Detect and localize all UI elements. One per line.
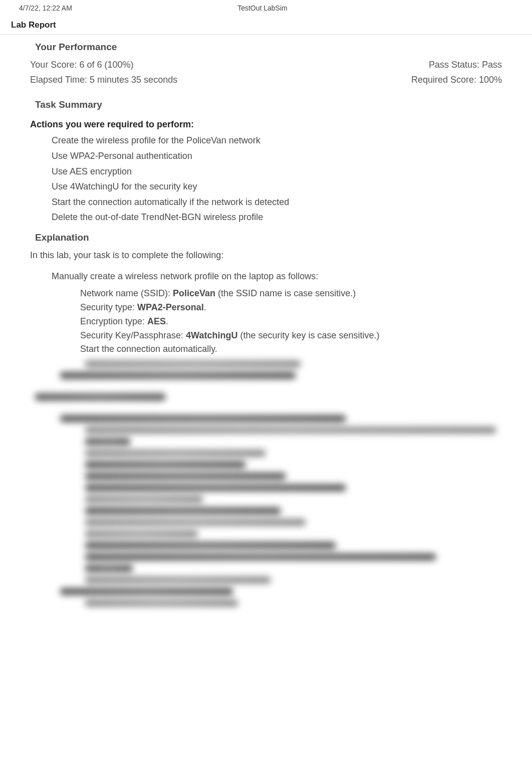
actions-heading: Actions you were required to perform: (0, 115, 532, 133)
required-score-text: Required Score: 100% (411, 73, 502, 88)
actions-list: Create the wireless profile for the Poli… (0, 133, 532, 225)
score-text: Your Score: 6 of 6 (100%) (30, 58, 133, 73)
performance-block: Your Score: 6 of 6 (100%) Pass Status: P… (0, 58, 532, 92)
action-item: Create the wireless profile for the Poli… (52, 133, 532, 148)
explanation-sub-item: Security Key/Passphrase: 4WatchingU (the… (80, 329, 532, 343)
explanation-lead: In this lab, your task is to complete th… (0, 248, 532, 270)
print-timestamp: 4/7/22, 12:22 AM (19, 4, 72, 12)
action-item: Start the connection automatically if th… (52, 194, 532, 210)
explanation-sub-item: Encryption type: AES. (80, 315, 532, 329)
action-item: Use AES encryption (52, 164, 532, 179)
explanation-sub-list: Network name (SSID): PoliceVan (the SSID… (0, 286, 532, 358)
action-item: Use WPA2-Personal authentication (52, 148, 532, 164)
explanation-sub-item: Start the connection automatically. (80, 342, 532, 356)
blurred-content (0, 358, 532, 626)
explanation-main-item: Manually create a wireless network profi… (0, 270, 532, 286)
print-center-title: TestOut LabSim (72, 4, 453, 12)
performance-heading: Your Performance (0, 35, 532, 58)
elapsed-time-text: Elapsed Time: 5 minutes 35 seconds (30, 73, 177, 88)
explanation-sub-item: Security type: WPA2-Personal. (80, 301, 532, 315)
report-title: Lab Report (0, 14, 532, 35)
explanation-heading: Explanation (0, 225, 532, 248)
task-summary-heading: Task Summary (0, 92, 532, 115)
action-item: Delete the out-of-date TrendNet-BGN wire… (52, 210, 532, 225)
pass-status-text: Pass Status: Pass (429, 58, 502, 73)
explanation-sub-item: Network name (SSID): PoliceVan (the SSID… (80, 287, 532, 301)
print-header: 4/7/22, 12:22 AM TestOut LabSim (0, 0, 532, 14)
action-item: Use 4WatchingU for the security key (52, 179, 532, 194)
